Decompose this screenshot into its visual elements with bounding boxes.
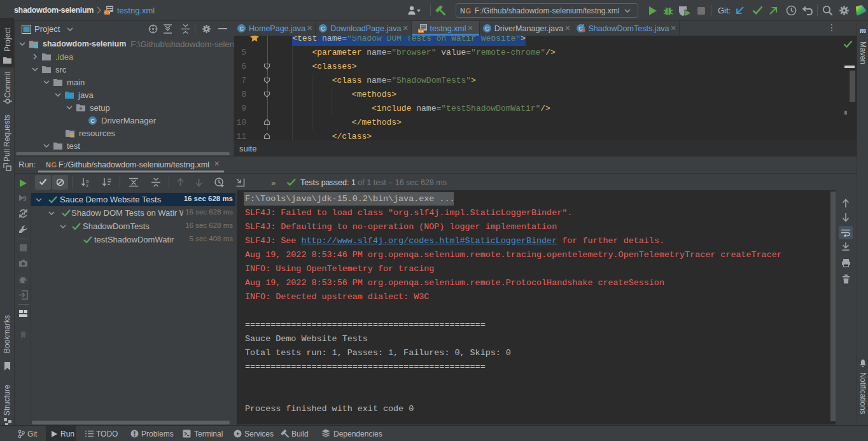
- svg-text:<>: <>: [104, 10, 110, 15]
- svg-text:C: C: [321, 25, 325, 32]
- svg-text:N: N: [46, 161, 51, 169]
- svg-text:C: C: [239, 25, 244, 32]
- svg-text:<>: <>: [418, 27, 424, 33]
- svg-text:G: G: [466, 7, 472, 15]
- svg-text:C: C: [579, 25, 584, 32]
- svg-text:G: G: [52, 161, 57, 169]
- svg-text:C: C: [485, 25, 489, 32]
- svg-text:C: C: [90, 118, 95, 124]
- svg-text:z: z: [86, 183, 88, 187]
- svg-text:N: N: [460, 7, 465, 15]
